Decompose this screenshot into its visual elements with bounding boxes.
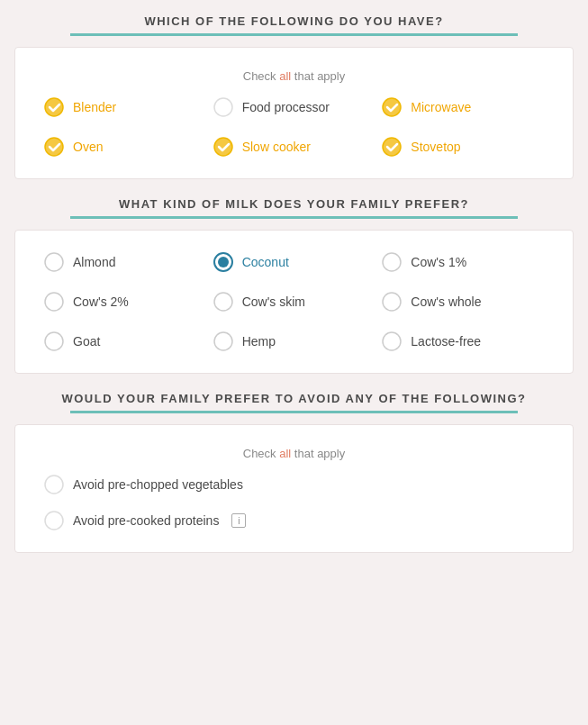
svg-point-4 (214, 138, 232, 156)
milk-option-cow-s-skim[interactable]: Cow's skim (213, 292, 375, 312)
milk-label: Coconut (242, 255, 289, 269)
milk-option-hemp[interactable]: Hemp (213, 331, 375, 351)
section2-underline (70, 216, 518, 219)
checked-checkbox-icon (213, 137, 233, 157)
section2-title: WHAT KIND OF MILK DOES YOUR FAMILY PREFE… (14, 197, 574, 211)
section1-card: Check all that apply Blender Food proces… (14, 47, 574, 179)
milk-label: Cow's 1% (411, 255, 466, 269)
section3-subtitle: Check all that apply (44, 447, 544, 460)
milk-label: Cow's skim (242, 295, 305, 309)
appliance-label: Oven (73, 140, 103, 154)
milk-label: Almond (73, 255, 115, 269)
unselected-radio-icon (44, 292, 64, 312)
unselected-radio-icon (382, 292, 402, 312)
unselected-radio-icon (213, 292, 233, 312)
svg-point-16 (45, 476, 63, 494)
avoid-label: Avoid pre-cooked proteins (73, 513, 219, 528)
appliance-option-oven[interactable]: Oven (44, 137, 206, 157)
svg-point-15 (383, 332, 401, 350)
unselected-radio-icon (44, 252, 64, 272)
appliance-option-microwave[interactable]: Microwave (382, 97, 544, 117)
section1-highlight: all (279, 69, 291, 83)
section3-underline (70, 411, 518, 413)
milk-label: Cow's 2% (73, 295, 129, 309)
svg-point-2 (383, 98, 401, 116)
appliance-label: Food processor (242, 100, 330, 114)
svg-point-12 (383, 293, 401, 311)
unselected-radio-icon (382, 331, 402, 351)
section3-highlight: all (279, 447, 291, 460)
section-milk: WHAT KIND OF MILK DOES YOUR FAMILY PREFE… (14, 197, 574, 374)
svg-point-6 (45, 253, 63, 271)
section1-header: WHICH OF THE FOLLOWING DO YOU HAVE? (14, 14, 574, 36)
appliance-label: Slow cooker (242, 140, 311, 154)
svg-point-0 (45, 98, 63, 116)
unchecked-checkbox-icon (44, 475, 64, 494)
milk-label: Hemp (242, 334, 276, 349)
svg-point-10 (45, 293, 63, 311)
milk-grid: Almond Coconut Cow's 1% Cow's 2% Cow's s… (44, 252, 544, 351)
appliance-option-food-processor[interactable]: Food processor (213, 97, 375, 117)
section2-card: Almond Coconut Cow's 1% Cow's 2% Cow's s… (14, 230, 574, 374)
milk-option-cow-s-2-[interactable]: Cow's 2% (44, 292, 206, 312)
section3-title: WOULD YOUR FAMILY PREFER TO AVOID ANY OF… (14, 392, 574, 405)
milk-label: Lactose-free (411, 334, 481, 349)
appliance-option-blender[interactable]: Blender (44, 97, 206, 117)
milk-option-almond[interactable]: Almond (44, 252, 206, 272)
checked-checkbox-icon (44, 97, 64, 117)
appliance-option-slow-cooker[interactable]: Slow cooker (213, 137, 375, 157)
avoid-list: Avoid pre-chopped vegetables Avoid pre-c… (44, 475, 544, 530)
section2-header: WHAT KIND OF MILK DOES YOUR FAMILY PREFE… (14, 197, 574, 219)
milk-option-cow-s-1-[interactable]: Cow's 1% (382, 252, 544, 272)
section-appliances: WHICH OF THE FOLLOWING DO YOU HAVE? Chec… (14, 14, 574, 179)
appliances-grid: Blender Food processor Microwave Oven Sl… (44, 97, 544, 157)
svg-point-9 (383, 253, 401, 271)
milk-option-goat[interactable]: Goat (44, 331, 206, 351)
appliance-label: Blender (73, 100, 116, 114)
unchecked-checkbox-icon (213, 97, 233, 117)
svg-point-17 (45, 512, 63, 530)
unchecked-checkbox-icon (44, 511, 64, 530)
avoid-option-1[interactable]: Avoid pre-cooked proteinsi (44, 511, 544, 530)
milk-option-coconut[interactable]: Coconut (213, 252, 375, 272)
section-avoid: WOULD YOUR FAMILY PREFER TO AVOID ANY OF… (14, 392, 574, 553)
svg-point-8 (218, 257, 229, 267)
svg-point-5 (383, 138, 401, 156)
unselected-radio-icon (382, 252, 402, 272)
milk-label: Cow's whole (411, 295, 481, 309)
svg-point-11 (214, 293, 232, 311)
checked-checkbox-icon (382, 97, 402, 117)
section1-underline (70, 33, 518, 36)
checked-checkbox-icon (382, 137, 402, 157)
svg-point-3 (45, 138, 63, 156)
unselected-radio-icon (213, 331, 233, 351)
unselected-radio-icon (44, 331, 64, 351)
milk-label: Goat (73, 334, 100, 349)
milk-option-lactose-free[interactable]: Lactose-free (382, 331, 544, 351)
svg-point-13 (45, 332, 63, 350)
section3-header: WOULD YOUR FAMILY PREFER TO AVOID ANY OF… (14, 392, 574, 413)
section1-title: WHICH OF THE FOLLOWING DO YOU HAVE? (14, 14, 574, 28)
appliance-label: Microwave (411, 100, 471, 114)
section1-subtitle: Check all that apply (44, 69, 544, 83)
appliance-label: Stovetop (411, 140, 460, 154)
section3-card: Check all that apply Avoid pre-chopped v… (14, 424, 574, 553)
appliance-option-stovetop[interactable]: Stovetop (382, 137, 544, 157)
avoid-option-0[interactable]: Avoid pre-chopped vegetables (44, 475, 544, 494)
info-icon[interactable]: i (231, 513, 246, 528)
selected-radio-icon (213, 252, 233, 272)
milk-option-cow-s-whole[interactable]: Cow's whole (382, 292, 544, 312)
svg-point-1 (214, 98, 232, 116)
avoid-label: Avoid pre-chopped vegetables (73, 477, 243, 492)
checked-checkbox-icon (44, 137, 64, 157)
svg-point-14 (214, 332, 232, 350)
